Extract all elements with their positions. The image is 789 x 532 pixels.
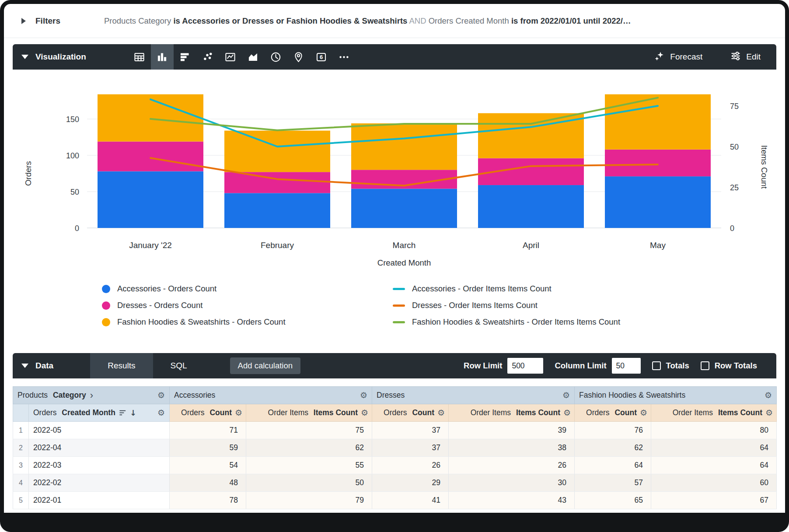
pivot-dimension-header[interactable]: Products Category›⚙ (13, 387, 170, 404)
value-cell[interactable]: 78 (170, 492, 246, 509)
visualization-collapse-icon[interactable] (21, 55, 28, 59)
value-cell[interactable]: 62 (575, 439, 651, 457)
measure-header[interactable]: Orders Count⚙ (575, 404, 651, 422)
month-cell[interactable]: 2022-04 (29, 439, 170, 457)
value-cell[interactable]: 54 (170, 457, 246, 474)
data-title[interactable]: Data (35, 361, 53, 371)
viz-type-line-button[interactable] (219, 44, 242, 70)
measure-header[interactable]: Orders Count⚙ (170, 404, 246, 422)
value-cell[interactable]: 65 (575, 492, 651, 509)
pivot-value-header[interactable]: Accessories⚙ (170, 387, 372, 404)
bar-segment[interactable] (478, 113, 584, 158)
viz-type-single-value-button[interactable]: 6 (310, 44, 333, 70)
viz-type-pie-button[interactable] (265, 44, 287, 70)
gear-icon[interactable]: ⚙ (235, 409, 242, 417)
month-cell[interactable]: 2022-02 (29, 474, 170, 492)
bar-segment[interactable] (224, 172, 330, 193)
subtotal-icon[interactable] (119, 409, 127, 417)
data-collapse-icon[interactable] (21, 364, 28, 368)
bar-segment[interactable] (224, 131, 330, 172)
viz-type-area-button[interactable] (242, 44, 265, 70)
bar-segment[interactable] (605, 176, 711, 228)
value-cell[interactable]: 67 (651, 492, 777, 509)
month-cell[interactable]: 2022-03 (29, 457, 170, 474)
filters-expand-icon[interactable] (21, 18, 26, 24)
left-axis-title: Orders (24, 161, 33, 186)
value-cell[interactable]: 37 (372, 422, 449, 439)
column-limit-input[interactable] (612, 358, 641, 374)
bar-segment[interactable] (98, 172, 203, 228)
gear-icon[interactable]: ⚙ (437, 409, 445, 417)
viz-type-scatter-button[interactable] (196, 44, 219, 70)
row-totals-checkbox[interactable] (701, 361, 709, 370)
value-cell[interactable]: 60 (651, 474, 777, 492)
value-cell[interactable]: 48 (170, 474, 246, 492)
gear-icon[interactable]: ⚙ (157, 391, 165, 399)
visualization-title[interactable]: Visualization (35, 52, 86, 62)
bar-segment[interactable] (351, 123, 457, 170)
gear-icon[interactable]: ⚙ (765, 391, 772, 399)
add-calculation-button[interactable]: Add calculation (230, 357, 300, 374)
measure-header[interactable]: Order Items Items Count⚙ (246, 404, 372, 422)
value-cell[interactable]: 64 (575, 457, 651, 474)
measure-header[interactable]: Order Items Items Count⚙ (651, 404, 777, 422)
viz-type-more-button[interactable] (333, 44, 356, 70)
measure-header[interactable]: Orders Count⚙ (372, 404, 449, 422)
value-cell[interactable]: 43 (449, 492, 575, 509)
filters-title[interactable]: Filters (35, 16, 60, 26)
viz-type-table-button[interactable] (128, 44, 151, 70)
value-cell[interactable]: 41 (372, 492, 449, 509)
value-cell[interactable]: 62 (246, 439, 372, 457)
value-cell[interactable]: 64 (651, 439, 777, 457)
value-cell[interactable]: 71 (170, 422, 246, 439)
value-cell[interactable]: 79 (246, 492, 372, 509)
value-cell[interactable]: 64 (651, 457, 777, 474)
gear-icon[interactable]: ⚙ (765, 409, 773, 417)
bar-segment[interactable] (605, 150, 711, 176)
legend-dot-icon (102, 318, 110, 326)
value-cell[interactable]: 26 (449, 457, 575, 474)
bar-segment[interactable] (98, 94, 203, 142)
measure-header[interactable]: Order Items Items Count⚙ (449, 404, 575, 422)
gear-icon[interactable]: ⚙ (563, 409, 571, 417)
bar-segment[interactable] (478, 185, 584, 228)
row-limit-input[interactable] (507, 358, 543, 374)
viz-type-column-button[interactable] (151, 44, 174, 70)
value-cell[interactable]: 26 (372, 457, 449, 474)
gear-icon[interactable]: ⚙ (640, 409, 647, 417)
forecast-button[interactable]: Forecast (654, 51, 702, 63)
value-cell[interactable]: 55 (246, 457, 372, 474)
month-cell[interactable]: 2022-05 (29, 422, 170, 439)
value-cell[interactable]: 30 (449, 474, 575, 492)
edit-button[interactable]: Edit (730, 51, 761, 63)
value-cell[interactable]: 80 (651, 422, 777, 439)
pivot-value-header[interactable]: Dresses⚙ (372, 387, 575, 404)
value-cell[interactable]: 39 (449, 422, 575, 439)
gear-icon[interactable]: ⚙ (361, 409, 368, 417)
gear-icon[interactable]: ⚙ (157, 409, 165, 417)
orders-created-month-header[interactable]: Orders Created Month↓⚙ (29, 404, 170, 422)
value-cell[interactable]: 50 (246, 474, 372, 492)
tab-sql[interactable]: SQL (153, 353, 205, 378)
filter-summary[interactable]: Products Category is Accessories or Dres… (104, 16, 772, 26)
bar-segment[interactable] (351, 189, 457, 228)
gear-icon[interactable]: ⚙ (562, 391, 570, 399)
totals-checkbox[interactable] (652, 361, 661, 370)
value-cell[interactable]: 75 (246, 422, 372, 439)
value-cell[interactable]: 29 (372, 474, 449, 492)
viz-type-map-button[interactable] (287, 44, 310, 70)
sort-desc-icon[interactable]: ↓ (130, 409, 136, 417)
value-cell[interactable]: 57 (575, 474, 651, 492)
bar-segment[interactable] (605, 94, 711, 150)
value-cell[interactable]: 38 (449, 439, 575, 457)
tab-results[interactable]: Results (90, 353, 153, 378)
value-cell[interactable]: 59 (170, 439, 246, 457)
value-cell[interactable]: 76 (575, 422, 651, 439)
value-cell[interactable]: 37 (372, 439, 449, 457)
gear-icon[interactable]: ⚙ (360, 391, 367, 399)
month-cell[interactable]: 2022-01 (29, 492, 170, 509)
bar-segment[interactable] (224, 193, 330, 228)
pivot-value-header[interactable]: Fashion Hoodies & Sweatshirts⚙ (575, 387, 777, 404)
bar-segment[interactable] (98, 141, 203, 171)
viz-type-bar-button[interactable] (174, 44, 196, 70)
